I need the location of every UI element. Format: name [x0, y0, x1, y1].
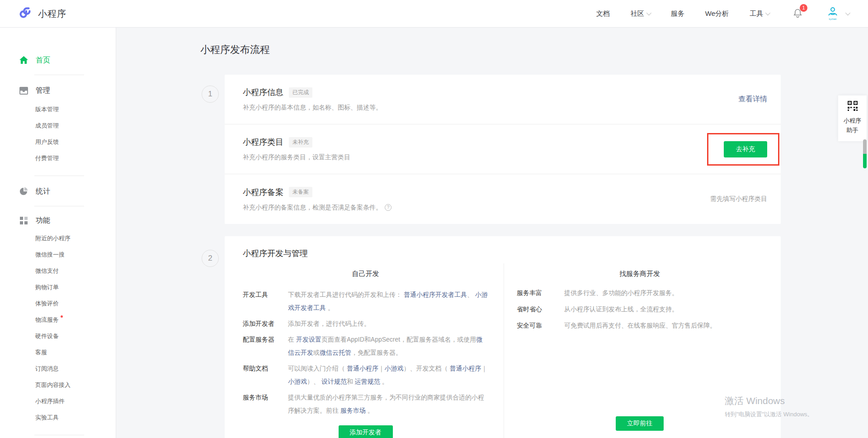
- view-details-link[interactable]: 查看详情: [738, 95, 767, 104]
- nav-we-analytics[interactable]: We分析: [705, 10, 729, 18]
- time-saving-row: 省时省心 从小程序认证到发布上线，全流程支持。: [517, 305, 763, 314]
- sidebar-item-experimental-tools[interactable]: 实验工具: [0, 409, 116, 426]
- status-badge: 未补充: [289, 137, 312, 148]
- operation-spec-link[interactable]: 运营规范: [355, 378, 380, 385]
- section-title: 小程序备案: [243, 187, 283, 198]
- self-develop-column: 自己开发 开发工具 下载开发者工具进行代码的开发和上传： 普通小程序开发者工具、…: [243, 263, 504, 438]
- cloud-hosting-link[interactable]: 微信云托管: [320, 349, 351, 356]
- go-now-button[interactable]: 立即前往: [616, 416, 664, 431]
- intro-miniprogram-link[interactable]: 普通小程序: [347, 365, 378, 372]
- service-market-row: 服务市场 提供大量优质的小程序第三方服务，为不同行业的商家提供合适的小程序解决方…: [243, 391, 488, 417]
- dev-settings-link[interactable]: 开发设置: [296, 336, 321, 343]
- scrollbar-thumb[interactable]: [863, 139, 867, 168]
- safe-reliable-row: 安全可靠 可免费试用后再支付、在线客服响应、官方售后保障。: [517, 321, 763, 330]
- section-title: 小程序类目: [243, 137, 283, 148]
- sidebar-item-subscription-messages[interactable]: 订阅消息: [0, 361, 116, 377]
- sidebar-group-statistics[interactable]: 统计: [0, 186, 116, 197]
- notification-bell-button[interactable]: 1: [793, 8, 803, 20]
- top-navigation: 文档 社区 服务 We分析 工具 1: [596, 6, 849, 21]
- miniprogram-assistant-widget[interactable]: 小程序 助手: [838, 95, 867, 141]
- sidebar: 首页 管理 版本管理 成员管理 用户反馈 付费管理: [0, 28, 116, 438]
- sidebar-item-user-feedback[interactable]: 用户反馈: [0, 134, 116, 150]
- go-complete-button[interactable]: 去补充: [724, 141, 767, 157]
- sidebar-item-experience-review[interactable]: 体验评价: [0, 295, 116, 312]
- column-header: 找服务商开发: [517, 270, 763, 278]
- sidebar-divider: [34, 75, 84, 75]
- sidebar-item-shopping-orders[interactable]: 购物订单: [0, 279, 116, 295]
- chevron-down-icon: [765, 10, 770, 15]
- chevron-down-icon: [845, 10, 850, 15]
- sidebar-item-wechat-pay[interactable]: 微信支付: [0, 263, 116, 279]
- page-title: 小程序发布流程: [200, 43, 868, 57]
- sidebar-item-payment-management[interactable]: 付费管理: [0, 150, 116, 167]
- sidebar-group-management[interactable]: 管理: [0, 85, 116, 96]
- step2-number: 2: [202, 250, 219, 267]
- avatar-caption: kychakr: [829, 18, 836, 20]
- rich-services-row: 服务丰富 提供多行业、多功能的小程序开发服务。: [517, 288, 763, 298]
- nav-docs[interactable]: 文档: [596, 10, 610, 18]
- step1-card: 1 小程序信息 已完成 补充小程序的基本信息，如名称、图标、描述等。 查看详情: [225, 75, 781, 224]
- nav-services[interactable]: 服务: [671, 10, 684, 18]
- sidebar-item-version-management[interactable]: 版本管理: [0, 101, 116, 118]
- sidebar-item-logistics-service[interactable]: 物流服务: [0, 312, 116, 328]
- avatar: kychakr: [826, 6, 840, 21]
- help-docs-row: 帮助文档 可以阅读入门介绍（ 普通小程序｜小游戏）、开发文档（ 普通小程序｜小游…: [243, 362, 488, 388]
- docs-game-link[interactable]: 小游戏: [288, 378, 307, 385]
- miniprogram-info-section: 小程序信息 已完成 补充小程序的基本信息，如名称、图标、描述等。 查看详情: [225, 75, 781, 124]
- sidebar-item-nearby-miniprograms[interactable]: 附近的小程序: [0, 230, 116, 247]
- step2-title: 小程序开发与管理: [243, 248, 763, 259]
- status-badge: 未备案: [289, 187, 312, 197]
- qr-code-icon: [848, 105, 858, 112]
- tray-icon: [19, 87, 28, 95]
- miniprogram-logo-icon: [19, 6, 33, 21]
- notification-count-badge: 1: [800, 4, 807, 12]
- dev-tools-row: 开发工具 下载开发者工具进行代码的开发和上传： 普通小程序开发者工具、 小游戏开…: [243, 288, 488, 314]
- miniprogram-filing-section: 小程序备案 未备案 补充小程序的备案信息，检测是否满足备案条件。 ? 需先填写小…: [225, 174, 781, 224]
- account-menu[interactable]: kychakr: [826, 6, 849, 21]
- vendor-develop-column: 找服务商开发 服务丰富 提供多行业、多功能的小程序开发服务。 省时省心 从小程序…: [504, 263, 763, 438]
- step2-card: 2 小程序开发与管理 自己开发 开发工具 下载开发者工具进行代码的开发和上传： …: [225, 236, 781, 438]
- add-developer-row: 添加开发者 添加开发者，进行代码上传。: [243, 317, 488, 330]
- sidebar-item-member-management[interactable]: 成员管理: [0, 118, 116, 134]
- sidebar-group-features[interactable]: 功能: [0, 215, 116, 226]
- sidebar-item-customer-service[interactable]: 客服: [0, 344, 116, 361]
- add-developer-button[interactable]: 添加开发者: [339, 425, 393, 438]
- sidebar-divider: [34, 206, 84, 206]
- devtools-link[interactable]: 普通小程序开发者工具: [404, 291, 467, 298]
- grid-icon: [19, 217, 28, 224]
- service-market-link[interactable]: 服务市场: [340, 407, 366, 414]
- sidebar-item-page-content-access[interactable]: 页面内容接入: [0, 377, 116, 393]
- sidebar-item-hardware-devices[interactable]: 硬件设备: [0, 328, 116, 344]
- section-title: 小程序信息: [243, 87, 283, 98]
- new-indicator-dot: [61, 315, 63, 318]
- nav-community[interactable]: 社区: [631, 10, 650, 18]
- docs-miniprogram-link[interactable]: 普通小程序: [450, 365, 481, 372]
- home-icon: [19, 56, 28, 64]
- topbar: 小程序 文档 社区 服务 We分析 工具 1: [0, 0, 868, 28]
- sidebar-divider: [34, 176, 84, 176]
- nav-tools[interactable]: 工具: [750, 10, 769, 18]
- design-spec-link[interactable]: 设计规范: [321, 378, 347, 385]
- main-content: 小程序发布流程 1 小程序信息 已完成 补充小程序的基本信息，如名称、图标、描述…: [116, 28, 868, 438]
- sidebar-item-wechat-search[interactable]: 微信搜一搜: [0, 247, 116, 263]
- sidebar-divider: [34, 435, 84, 435]
- bell-icon: [793, 12, 803, 19]
- sidebar-item-miniprogram-plugins[interactable]: 小程序插件: [0, 393, 116, 409]
- chevron-down-icon: [646, 10, 651, 15]
- sidebar-item-home[interactable]: 首页: [0, 55, 116, 66]
- pie-chart-icon: [19, 187, 28, 195]
- help-icon[interactable]: ?: [385, 204, 392, 211]
- configure-server-row: 配置服务器 在 开发设置页面查看AppID和AppSecret，配置服务器域名，…: [243, 333, 488, 359]
- miniprogram-category-section: 小程序类目 未补充 补充小程序的服务类目，设置主营类目 去补充: [225, 124, 781, 174]
- step1-number: 1: [202, 86, 219, 103]
- intro-game-link[interactable]: 小游戏: [385, 365, 404, 372]
- logo-text: 小程序: [38, 8, 66, 20]
- column-header: 自己开发: [243, 270, 488, 278]
- prerequisite-note: 需先填写小程序类目: [710, 195, 767, 203]
- app-logo[interactable]: 小程序: [19, 6, 66, 21]
- status-badge: 已完成: [289, 87, 312, 98]
